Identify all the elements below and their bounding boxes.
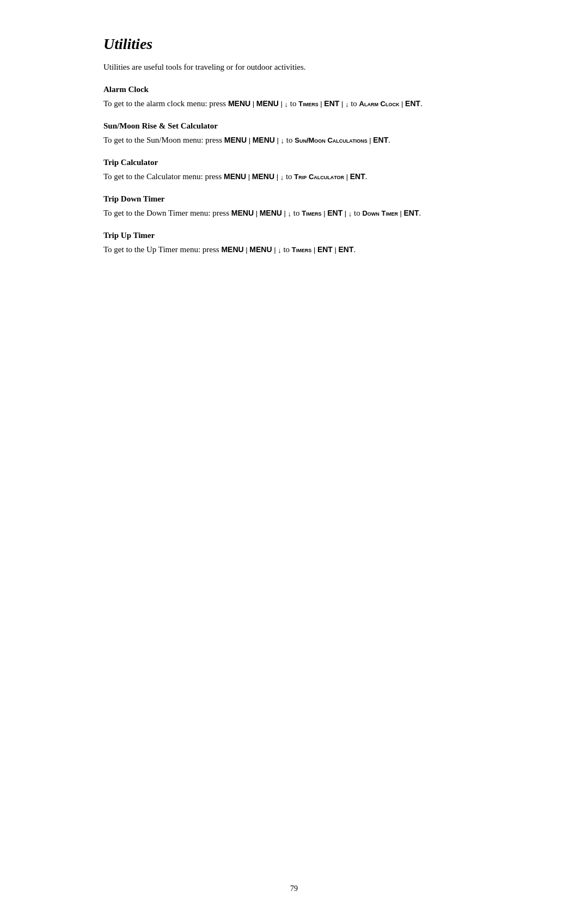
smallcaps-alarmclock: Alarm Clock	[359, 100, 400, 108]
pipe-9: |	[246, 173, 252, 181]
pipe-11: |	[344, 173, 350, 181]
smallcaps-timers-2: Timers	[302, 209, 321, 217]
section-body-sun-moon: To get to the Sun/Moon menu: press MENU …	[103, 134, 485, 146]
pipe-17: |	[244, 246, 250, 254]
intro-text: Utilities are useful tools for traveling…	[103, 61, 485, 74]
smallcaps-tripcalculator: Trip Calcula­tor	[294, 173, 344, 181]
kbd-ent-1: ENT	[324, 99, 339, 108]
smallcaps-timers-1: Timers	[298, 100, 318, 108]
pipe-7: |	[275, 136, 281, 144]
pipe-8: |	[367, 136, 373, 144]
page-number: 79	[290, 883, 298, 894]
section-body-trip-calculator: To get to the Calculator menu: press MEN…	[103, 170, 485, 183]
section-alarm-clock: Alarm Clock To get to the alarm clock me…	[103, 83, 485, 110]
arrow-down-3: ↓	[281, 137, 285, 144]
pipe-18: |	[272, 246, 278, 254]
section-body-trip-up-timer: To get to the Up Timer menu: press MENU …	[103, 243, 485, 256]
arrow-down-7: ↓	[278, 247, 281, 254]
kbd-ent-2: ENT	[405, 99, 420, 108]
pipe-20: |	[333, 246, 339, 254]
kbd-ent-5: ENT	[327, 209, 342, 217]
section-body-alarm-clock: To get to the alarm clock menu: press ME…	[103, 97, 485, 110]
pipe-2: |	[279, 100, 285, 108]
page-title: Utilities	[103, 33, 485, 56]
kbd-ent-7: ENT	[317, 245, 333, 254]
section-title-trip-calculator: Trip Calculator	[103, 156, 485, 169]
kbd-menu-6: MENU	[252, 172, 274, 181]
kbd-menu-8: MENU	[260, 209, 282, 217]
kbd-menu-7: MENU	[231, 209, 254, 217]
kbd-menu-3: MENU	[224, 136, 247, 144]
kbd-ent-8: ENT	[338, 245, 353, 254]
section-body-trip-down-timer: To get to the Down Timer menu: press MEN…	[103, 207, 485, 219]
kbd-menu-9: MENU	[221, 245, 243, 254]
section-title-sun-moon: Sun/Moon Rise & Set Calculator	[103, 120, 485, 132]
arrow-down-4: ↓	[280, 174, 284, 181]
pipe-19: |	[311, 246, 317, 254]
pipe-13: |	[282, 209, 288, 217]
section-sun-moon: Sun/Moon Rise & Set Calculator To get to…	[103, 120, 485, 146]
section-title-trip-down-timer: Trip Down Timer	[103, 193, 485, 205]
kbd-menu-1: MENU	[228, 99, 250, 108]
kbd-menu-2: MENU	[256, 99, 279, 108]
pipe-14: |	[322, 209, 328, 217]
smallcaps-sunmoon: Sun/Moon Calcu­lations	[295, 136, 367, 144]
pipe-3: |	[318, 100, 324, 108]
pipe-16: |	[398, 209, 404, 217]
pipe-12: |	[254, 209, 260, 217]
kbd-menu-5: MENU	[224, 172, 246, 181]
smallcaps-downtimer: Down Timer	[362, 209, 397, 217]
pipe-10: |	[274, 173, 280, 181]
pipe-5: |	[399, 100, 405, 108]
arrow-down-6: ↓	[348, 210, 352, 217]
kbd-ent-3: ENT	[373, 136, 388, 144]
arrow-down-2: ↓	[345, 101, 349, 108]
arrow-down-5: ↓	[287, 210, 291, 217]
section-title-alarm-clock: Alarm Clock	[103, 83, 485, 96]
pipe-4: |	[339, 100, 345, 108]
section-trip-up-timer: Trip Up Timer To get to the Up Timer men…	[103, 229, 485, 256]
kbd-ent-6: ENT	[404, 209, 419, 217]
page: Utilities Utilities are useful tools for…	[103, 0, 485, 916]
smallcaps-timers-3: Timers	[292, 246, 311, 254]
pipe-1: |	[250, 100, 256, 108]
kbd-menu-10: MENU	[249, 245, 272, 254]
pipe-6: |	[247, 136, 253, 144]
section-title-trip-up-timer: Trip Up Timer	[103, 229, 485, 242]
section-trip-down-timer: Trip Down Timer To get to the Down Timer…	[103, 193, 485, 219]
kbd-menu-4: MENU	[253, 136, 275, 144]
arrow-down-1: ↓	[285, 101, 289, 108]
section-trip-calculator: Trip Calculator To get to the Calculator…	[103, 156, 485, 183]
kbd-ent-4: ENT	[350, 172, 365, 181]
pipe-15: |	[342, 209, 348, 217]
